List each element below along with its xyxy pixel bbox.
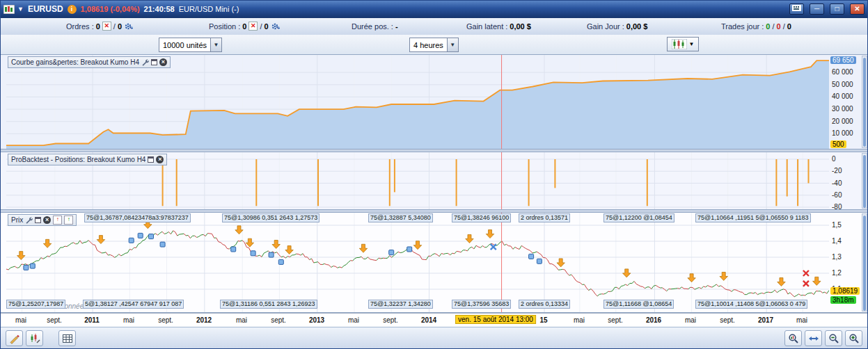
sell-arrow-marker — [813, 277, 821, 285]
maximize-button[interactable]: □ — [830, 3, 844, 15]
time-axis-label: mai — [236, 316, 247, 324]
svg-text:+: + — [130, 25, 133, 31]
trade-label[interactable]: 75@1,32887 5,34080 — [368, 213, 433, 222]
arrow-up-green-icon[interactable]: ↑ — [64, 216, 73, 225]
trade-label[interactable]: 2 ordres 0,13571 — [519, 213, 570, 222]
wrench-icon[interactable] — [25, 216, 33, 224]
time-axis-label: 2013 — [309, 316, 324, 324]
chevron-down-icon[interactable]: ▼ — [447, 38, 458, 51]
separator: / — [772, 22, 774, 31]
position-group: Position : 0 ✕ / 0 + — [209, 18, 280, 34]
scroll-thumb[interactable] — [863, 155, 866, 208]
position-count: 0 — [242, 22, 246, 31]
separator: / — [783, 22, 785, 31]
close-button[interactable]: ✕ — [850, 3, 865, 15]
time-axis[interactable]: maisept.2011maisept.2012maisept.2013mais… — [0, 313, 868, 327]
minimize-button[interactable]: ─ — [810, 3, 824, 15]
zoom-out-icon[interactable] — [825, 330, 842, 346]
sell-arrow-marker — [688, 274, 695, 282]
sell-arrow-marker — [778, 278, 785, 286]
equity-ytick: 10 000 — [832, 129, 853, 137]
position-settings-gear-icon[interactable]: + — [271, 22, 280, 31]
time-axis-label: 2012 — [196, 316, 212, 324]
trade-label[interactable]: 75@1,10664 ,11951 5@1,06550 9 1183 — [695, 213, 811, 222]
trade-label[interactable]: 75@1,11668 @1,08654 — [603, 300, 674, 309]
positions-panel-header[interactable]: ProBacktest - Positions: Breakout Kumo H… — [8, 154, 167, 165]
equity-panel-title: Courbe gains&pertes: Breakout Kumo H4 — [11, 58, 139, 66]
zoom-in-icon[interactable] — [845, 330, 862, 346]
trade-label[interactable]: 75@1,30986 0,351 2643 1,27573 — [222, 213, 319, 222]
trade-label[interactable]: 2 ordres 0,13334 — [519, 300, 570, 309]
chevron-down-icon[interactable]: ▼ — [689, 41, 695, 47]
cancel-orders-icon[interactable]: ✕ — [102, 22, 111, 31]
chart-style-button[interactable]: ▼ — [667, 37, 699, 51]
price-change: (-0,04%) — [110, 5, 139, 13]
svg-text:+: + — [277, 25, 280, 31]
time-axis-label: mai — [574, 316, 585, 324]
equity-scrollbar[interactable] — [862, 56, 867, 148]
close-position-icon[interactable]: ✕ — [248, 22, 258, 31]
price-panel-header[interactable]: Prix ×↑↑ — [8, 214, 77, 226]
day-gain-value: 0,00 $ — [626, 22, 648, 31]
trade-label[interactable]: 75@1,32237 1,34280 — [368, 300, 433, 309]
equity-chart[interactable] — [6, 55, 829, 149]
wrench-icon[interactable] — [141, 58, 149, 66]
arrow-up-red-icon[interactable]: ↑ — [53, 216, 62, 225]
chart-area: Courbe gains&pertes: Breakout Kumo H4 × … — [0, 54, 868, 313]
position-square-marker — [278, 259, 283, 264]
price-panel-title: Prix — [11, 216, 23, 224]
price-scrollbar[interactable] — [862, 213, 867, 311]
table-icon[interactable] — [58, 330, 76, 346]
chevron-down-icon[interactable]: ▼ — [210, 38, 221, 51]
scroll-thumb[interactable] — [863, 216, 866, 311]
equity-ytick: 50 000 — [832, 81, 853, 88]
time-axis-label: sept. — [383, 316, 398, 324]
position-square-marker — [149, 234, 154, 239]
trade-label[interactable]: 5@1,38127 ,42547 67947 917 087 — [83, 300, 184, 309]
trade-label[interactable]: 75@1,12200 @1,08454 — [603, 213, 674, 222]
last-price: 1,08619 (-0,04%) — [81, 5, 140, 13]
window-icon[interactable] — [35, 217, 41, 223]
chevron-down-icon[interactable]: ▼ — [17, 6, 24, 13]
clock: 21:40:58 — [144, 5, 175, 13]
price-chart[interactable]: 75@1,36787,08423478a3:9783723775@1,30986… — [6, 213, 829, 312]
positions-ytick: -20 — [832, 167, 842, 174]
day-trades-label: Trades jour : — [721, 22, 764, 31]
trade-label[interactable]: 75@1,31186 0,551 2843 1,26923 — [220, 300, 317, 309]
window-icon[interactable] — [151, 59, 157, 65]
sell-arrow-marker — [17, 252, 25, 260]
time-axis-label: mai — [15, 316, 26, 324]
positions-ytick: -80 — [832, 203, 842, 210]
window-glyph — [151, 59, 157, 65]
close-icon[interactable]: × — [43, 216, 51, 224]
trade-label[interactable]: 75@1,37596 35683 — [452, 300, 511, 309]
position-square-marker — [30, 263, 35, 268]
keyboard-icon[interactable] — [789, 3, 804, 15]
close-icon[interactable]: × — [156, 156, 164, 163]
price-value: 1,08619 — [81, 5, 109, 13]
arrow-glyph: ↑ — [53, 216, 62, 225]
info-icon[interactable]: i — [68, 5, 77, 14]
zoom-auto-icon[interactable] — [784, 330, 802, 346]
positions-scrollbar[interactable] — [862, 153, 867, 209]
close-x-marker — [803, 281, 809, 286]
window-icon[interactable] — [148, 156, 154, 163]
time-axis-label: 15 — [539, 316, 547, 324]
trade-label[interactable]: 75@1,36787,08423478a3:97837237 — [84, 213, 191, 222]
close-icon[interactable]: × — [159, 58, 167, 66]
equity-panel-header[interactable]: Courbe gains&pertes: Breakout Kumo H4 × — [8, 56, 171, 68]
quantity-select[interactable]: 10000 unités ▼ — [159, 38, 222, 52]
trade-label[interactable]: 75@1,38246 96100 — [452, 213, 511, 222]
scroll-thumb[interactable] — [863, 58, 866, 147]
pencil-tool-icon[interactable] — [6, 330, 23, 346]
orders-settings-gear-icon[interactable]: + — [124, 22, 133, 31]
price-ytick: 1,3 — [832, 253, 842, 261]
symbol-label[interactable]: EURUSD — [28, 4, 63, 14]
window-glyph — [35, 217, 41, 223]
timeframe-select[interactable]: 4 heures ▼ — [409, 38, 459, 52]
equity-ytick: 60 000 — [832, 68, 853, 76]
trade-label[interactable]: 75@1,25207,17987 — [6, 300, 65, 309]
candlestick-tool-icon[interactable] — [26, 330, 43, 346]
trade-label[interactable]: 75@1,10014 ,11408 5@1,06063 0 479 — [695, 300, 807, 309]
zoom-horizontal-icon[interactable] — [805, 330, 822, 346]
